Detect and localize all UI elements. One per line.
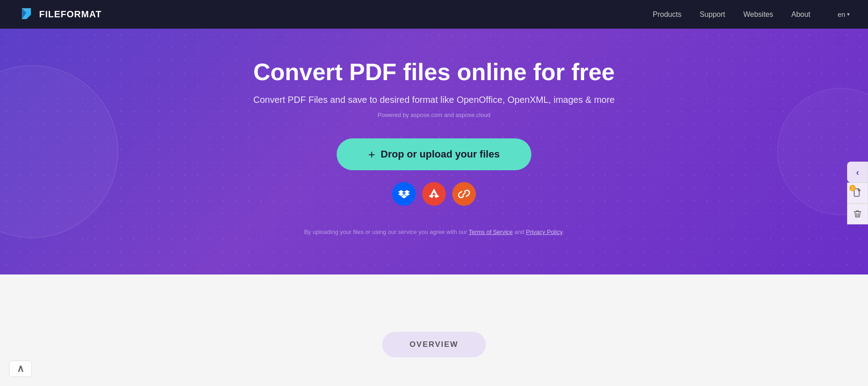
dropbox-button[interactable] <box>392 182 416 206</box>
upload-button[interactable]: + Drop or upload your files <box>337 138 532 170</box>
google-drive-button[interactable] <box>422 182 446 206</box>
svg-marker-8 <box>430 189 438 195</box>
nav-about[interactable]: About <box>792 10 811 19</box>
dropbox-icon <box>398 188 410 200</box>
hero-content: Convert PDF files online for free Conver… <box>229 59 639 236</box>
notification-badge: 1 <box>849 185 856 191</box>
url-link-button[interactable] <box>452 182 476 206</box>
drive-icon <box>428 188 440 200</box>
chevron-left-icon: ‹ <box>856 167 859 178</box>
hero-terms: By uploading your files or using our ser… <box>229 229 639 235</box>
terms-of-service-link[interactable]: Terms of Service <box>469 229 513 235</box>
nav-websites[interactable]: Websites <box>743 10 773 19</box>
hero-decoration-left <box>0 65 118 238</box>
svg-marker-10 <box>434 195 439 198</box>
overview-section: OVERVIEW <box>0 274 868 386</box>
overview-button[interactable]: OVERVIEW <box>382 332 485 357</box>
privacy-policy-link[interactable]: Privacy Policy <box>526 229 562 235</box>
plus-icon: + <box>368 148 375 160</box>
sidebar-collapse-button[interactable]: ‹ <box>847 162 868 183</box>
hero-subtitle: Convert PDF Files and save to desired fo… <box>229 95 639 105</box>
language-selector[interactable]: en ▾ <box>838 10 850 18</box>
lang-label: en <box>838 10 845 18</box>
hero-section: Convert PDF files online for free Conver… <box>0 29 868 274</box>
logo-link[interactable]: FILEFORMAT <box>18 6 101 23</box>
nav-products[interactable]: Products <box>653 10 681 19</box>
nav-support[interactable]: Support <box>700 10 725 19</box>
sidebar-delete-button[interactable] <box>847 203 868 224</box>
link-icon <box>458 188 470 200</box>
hero-powered-by: Powered by aspose.com and aspose.cloud <box>229 112 639 118</box>
hero-title: Convert PDF files online for free <box>229 59 639 86</box>
nav-links: Products Support Websites About <box>653 10 811 19</box>
logo-text: FILEFORMAT <box>39 9 101 20</box>
trash-icon <box>853 209 862 218</box>
cloud-icons-row <box>392 182 476 206</box>
scroll-up-icon: ∧ <box>17 363 24 375</box>
sidebar-notification-button[interactable]: 1 <box>847 183 868 203</box>
upload-button-label: Drop or upload your files <box>381 148 500 160</box>
lang-chevron-icon: ▾ <box>847 11 850 17</box>
navbar: FILEFORMAT Products Support Websites Abo… <box>0 0 868 29</box>
scroll-up-button[interactable]: ∧ <box>9 361 32 377</box>
logo-icon <box>18 6 35 23</box>
svg-marker-9 <box>429 195 434 198</box>
right-sidebar: ‹ 1 <box>847 162 868 224</box>
